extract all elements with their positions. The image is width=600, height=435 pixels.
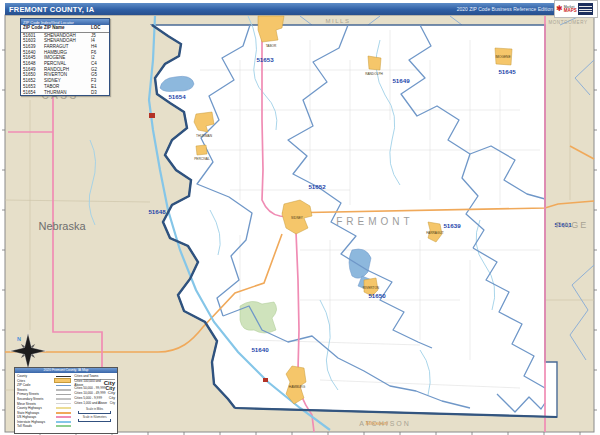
zip-label-51648: 51648 — [148, 208, 166, 215]
state-park-area — [240, 301, 277, 333]
state-highway-swatch — [56, 412, 71, 414]
county-label-fremont: FREMONT — [336, 216, 413, 227]
map-legend: 2020 Fremont County, IA Map County Citie… — [14, 367, 118, 434]
zip-line-swatch — [56, 385, 71, 387]
map-page: TABOR THURMAN PERCIVAL RANDOLPH IMOGENE … — [0, 0, 600, 435]
interstate-marker — [149, 113, 155, 118]
legend-row: Toll Roads — [17, 424, 71, 429]
legend-row: Cities 1,000 and AboveCity — [74, 401, 115, 406]
legend-row: Cities 10,000 - 49,999City — [74, 390, 115, 395]
toll-road-swatch — [56, 425, 71, 427]
logo-maps-text: MAPS — [564, 9, 577, 13]
county-label-mills: MILLS — [326, 18, 351, 24]
legend-line-samples: County Cities ZIP Code Streets Primary S… — [15, 373, 73, 429]
city-label-sidney: SIDNEY — [291, 216, 304, 220]
city-percival — [196, 145, 207, 155]
city-randolph — [368, 56, 381, 70]
table-row: 51654THURMAND3 — [21, 90, 109, 96]
zip-label-51649: 51649 — [392, 77, 410, 84]
scale-km-bar — [78, 419, 111, 422]
city-label-tabor: TABOR — [266, 44, 277, 48]
zip-index-header-row: ZIP Code ZIP Name LOC — [21, 25, 109, 33]
interstate-swatch — [56, 421, 71, 423]
page-title: FREMONT COUNTY, IA — [5, 5, 94, 14]
interstate-marker — [263, 378, 268, 382]
city-label-farragut: FARRAGUT — [426, 231, 443, 235]
city-label-imogene: IMOGENE — [495, 55, 510, 59]
logo-burst-icon: ✱ — [556, 5, 563, 13]
minor-streets-swatch — [56, 403, 71, 404]
state-label-nebraska: Nebraska — [38, 220, 86, 232]
county-label-montgomery: MONTGOMERY — [548, 20, 587, 25]
zip-label-51654: 51654 — [168, 93, 186, 100]
secondary-streets-swatch — [56, 398, 71, 399]
city-label-randolph: RANDOLPH — [365, 72, 383, 76]
header-bar: FREMONT COUNTY, IA 2020 ZIP Code Busines… — [5, 3, 558, 15]
legend-row: Cities 5,000 - 9,999City — [74, 396, 115, 401]
zip-label-51653: 51653 — [256, 56, 274, 63]
compass-north-label: N — [17, 336, 21, 342]
legend-cities-column: Cities and Towns Cities 100,000 and Abov… — [73, 373, 117, 429]
county-label-page: PAGE — [556, 220, 588, 230]
county-line-swatch — [56, 376, 71, 377]
edition-label: 2020 ZIP Code Business Reference Edition — [457, 6, 558, 12]
zip-label-51650: 51650 — [368, 292, 386, 299]
county-highway-swatch — [56, 407, 71, 409]
zip-label-51639: 51639 — [443, 222, 461, 229]
logo-badge — [578, 3, 593, 15]
zip-index-table: ZIP Code Index/Grid Locator ZIP Code ZIP… — [20, 18, 110, 96]
zip-label-51652: 51652 — [308, 183, 326, 190]
cities-swatch — [54, 378, 71, 383]
zip-label-51640: 51640 — [251, 346, 269, 353]
primary-streets-swatch — [56, 394, 71, 395]
brand-logo: ✱ Market MAPS — [554, 0, 598, 18]
us-highway-swatch — [56, 416, 71, 418]
streets-swatch — [56, 389, 71, 390]
city-label-hamburg: HAMBURG — [289, 385, 306, 389]
state-label-missouri: Missouri — [366, 420, 389, 426]
zip-label-51645: 51645 — [498, 68, 516, 75]
city-label-riverton: RIVERTON — [363, 286, 380, 290]
city-label-thurman: THURMAN — [196, 134, 213, 138]
scale-miles-bar — [78, 411, 111, 414]
city-label-percival: PERCIVAL — [194, 157, 210, 161]
